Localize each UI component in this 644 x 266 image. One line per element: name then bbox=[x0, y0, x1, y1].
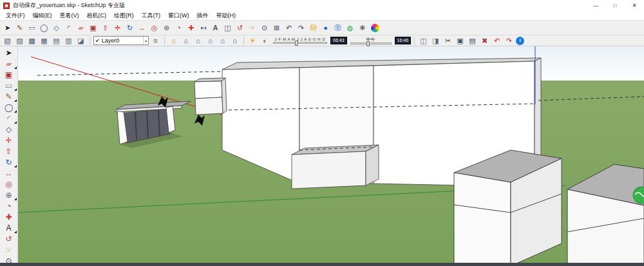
chevron-down-icon[interactable]: ▾ bbox=[143, 37, 147, 44]
plugin-sphere-icon[interactable]: ● bbox=[320, 23, 331, 33]
display-xray-icon[interactable]: ▥ bbox=[63, 35, 74, 46]
move-tool-icon[interactable]: ✛ bbox=[112, 23, 123, 33]
plugin-colorwheel-icon[interactable] bbox=[371, 24, 379, 32]
layer-dropdown[interactable]: ✔ Layer0 ▾ bbox=[93, 36, 149, 45]
display-monochrome-icon[interactable]: ▤ bbox=[51, 35, 62, 46]
copy-icon[interactable]: ▣ bbox=[455, 35, 466, 46]
axes-tool-icon[interactable]: ✚ bbox=[1, 211, 17, 222]
time-slider[interactable] bbox=[350, 43, 392, 44]
menu-item[interactable]: 文件(F) bbox=[2, 12, 29, 20]
view-right-icon[interactable]: ⌂ bbox=[205, 35, 216, 46]
dimension-tool-icon[interactable]: ↤ bbox=[198, 23, 209, 33]
pan-tool-icon[interactable]: ☞ bbox=[1, 244, 17, 255]
text-tool-icon[interactable]: A bbox=[210, 23, 221, 33]
view-iso-icon[interactable]: ⌂ bbox=[168, 35, 179, 46]
menu-item[interactable]: 工具(T) bbox=[138, 12, 165, 20]
arc-tool-icon[interactable]: ◜ bbox=[63, 23, 74, 33]
menu-item[interactable]: 编辑(E) bbox=[29, 12, 56, 20]
tape-measure-tool-icon[interactable]: ⊕ bbox=[161, 23, 172, 33]
paintbucket-tool-icon[interactable]: ▣ bbox=[1, 69, 17, 80]
eraser-tool-icon[interactable]: ▰ bbox=[1, 58, 17, 69]
time-slider-handle[interactable] bbox=[366, 41, 370, 46]
rotate-tool-icon[interactable]: ↻ bbox=[124, 23, 135, 33]
eraser-tool-icon[interactable]: ▰ bbox=[75, 23, 86, 33]
info-icon[interactable]: i bbox=[516, 37, 524, 45]
display-textured-icon[interactable]: ▦ bbox=[39, 35, 50, 46]
menu-item[interactable]: 帮助(H) bbox=[213, 12, 240, 20]
polygon-tool-icon[interactable]: ◇ bbox=[51, 23, 62, 33]
viewport[interactable] bbox=[18, 46, 644, 266]
offset-tool-icon[interactable]: ◎ bbox=[1, 178, 17, 189]
menu-item[interactable]: 绘图(R) bbox=[110, 12, 138, 20]
display-shaded-icon[interactable]: ▩ bbox=[26, 35, 37, 46]
near-box[interactable] bbox=[454, 150, 562, 266]
rectangle-tool-icon[interactable]: ▭ bbox=[26, 23, 37, 33]
section-plane-icon[interactable]: ◫ bbox=[418, 35, 429, 46]
text-tool-icon[interactable]: A bbox=[1, 222, 17, 233]
cube-upper-front[interactable] bbox=[194, 81, 222, 99]
date-slider-handle[interactable] bbox=[295, 41, 298, 46]
pushpull-tool-icon[interactable]: ⇧ bbox=[100, 23, 111, 33]
redo-icon[interactable]: ↷ bbox=[504, 35, 515, 46]
shadow-toggle-icon[interactable]: ◐ bbox=[260, 35, 270, 46]
next-view-icon[interactable]: ↷ bbox=[296, 23, 307, 33]
pan-tool-icon[interactable]: ☞ bbox=[247, 23, 258, 33]
circle-tool-icon[interactable]: ◯ bbox=[39, 23, 50, 33]
move-tool-icon[interactable]: ✛ bbox=[1, 135, 17, 146]
date-slider[interactable] bbox=[273, 42, 327, 44]
orbit-tool-icon[interactable]: ↺ bbox=[234, 23, 245, 33]
line-tool-icon[interactable]: ✎ bbox=[14, 23, 25, 33]
menu-item[interactable]: 查看(V) bbox=[56, 12, 83, 20]
view-left-icon[interactable]: ⌂ bbox=[229, 35, 240, 46]
view-top-icon[interactable]: ⌂ bbox=[180, 35, 191, 46]
menu-item[interactable]: 插件 bbox=[193, 12, 213, 20]
plugin-r-icon[interactable]: Ⓡ bbox=[332, 23, 343, 33]
sunset-time-field[interactable]: 16:46 bbox=[395, 37, 412, 44]
pushpull-tool-icon[interactable]: ⇧ bbox=[1, 146, 17, 157]
rectangle-tool-icon[interactable]: ▭ bbox=[1, 80, 17, 91]
offset-tool-icon[interactable]: ◎ bbox=[149, 23, 160, 33]
line-tool-icon[interactable]: ✎ bbox=[1, 91, 17, 102]
view-front-icon[interactable]: ⌂ bbox=[193, 35, 204, 46]
rotate-tool-icon[interactable]: ↻ bbox=[1, 157, 17, 167]
section-fill-icon[interactable]: ◨ bbox=[430, 35, 441, 46]
shadow-settings-icon[interactable]: ☀ bbox=[247, 35, 258, 46]
select-tool-icon[interactable]: ➤ bbox=[1, 47, 17, 58]
minimize-button[interactable]: — bbox=[586, 0, 605, 11]
delete-icon[interactable]: ✖ bbox=[479, 35, 490, 46]
previous-view-icon[interactable]: ↶ bbox=[283, 23, 294, 33]
scale-tool-icon[interactable]: ↔ bbox=[137, 23, 147, 33]
viewport-canvas[interactable] bbox=[18, 46, 644, 266]
view-back-icon[interactable]: ⌂ bbox=[217, 35, 228, 46]
zoom-tool-icon[interactable]: ⊙ bbox=[259, 23, 270, 33]
sunrise-time-field[interactable]: 06:43 bbox=[330, 37, 347, 44]
display-wireframe-icon[interactable]: ▧ bbox=[2, 35, 13, 46]
plugin-m-icon[interactable]: Ⓜ bbox=[308, 23, 319, 33]
maximize-button[interactable]: □ bbox=[605, 0, 625, 11]
paintbucket-tool-icon[interactable]: ▣ bbox=[88, 23, 99, 33]
stacked-cubes[interactable] bbox=[194, 78, 227, 115]
plugin-tools-icon[interactable]: ✱ bbox=[357, 23, 368, 33]
plugin-globe-icon[interactable]: ◍ bbox=[345, 23, 355, 33]
layer-manager-icon[interactable]: ≡ bbox=[150, 35, 161, 46]
zoom-extents-tool-icon[interactable]: ⊞ bbox=[271, 23, 282, 33]
axes-tool-icon[interactable]: ✚ bbox=[185, 23, 196, 33]
display-backedges-icon[interactable]: ◪ bbox=[75, 35, 86, 46]
select-tool-icon[interactable]: ➤ bbox=[2, 23, 13, 33]
protractor-tool-icon[interactable]: ◔ bbox=[173, 23, 184, 33]
circle-tool-icon[interactable]: ◯ bbox=[1, 102, 17, 113]
section-plane-tool-icon[interactable]: ◫ bbox=[222, 23, 233, 33]
menu-item[interactable]: 窗口(W) bbox=[164, 12, 193, 20]
paste-icon[interactable]: ▤ bbox=[467, 35, 478, 46]
protractor-tool-icon[interactable]: ◔ bbox=[1, 200, 17, 211]
step-box-side[interactable] bbox=[366, 145, 379, 185]
scale-tool-icon[interactable]: ↔ bbox=[1, 167, 17, 178]
step-box-front[interactable] bbox=[292, 151, 366, 189]
near-box-front[interactable] bbox=[454, 173, 511, 266]
menu-item[interactable]: 相机(C) bbox=[83, 12, 111, 20]
tape-measure-tool-icon[interactable]: ⊕ bbox=[1, 189, 17, 200]
undo-icon[interactable]: ↶ bbox=[491, 35, 502, 46]
polygon-tool-icon[interactable]: ◇ bbox=[1, 124, 17, 135]
close-button[interactable]: ✕ bbox=[625, 0, 644, 11]
display-hiddenline-icon[interactable]: ▨ bbox=[14, 35, 25, 46]
